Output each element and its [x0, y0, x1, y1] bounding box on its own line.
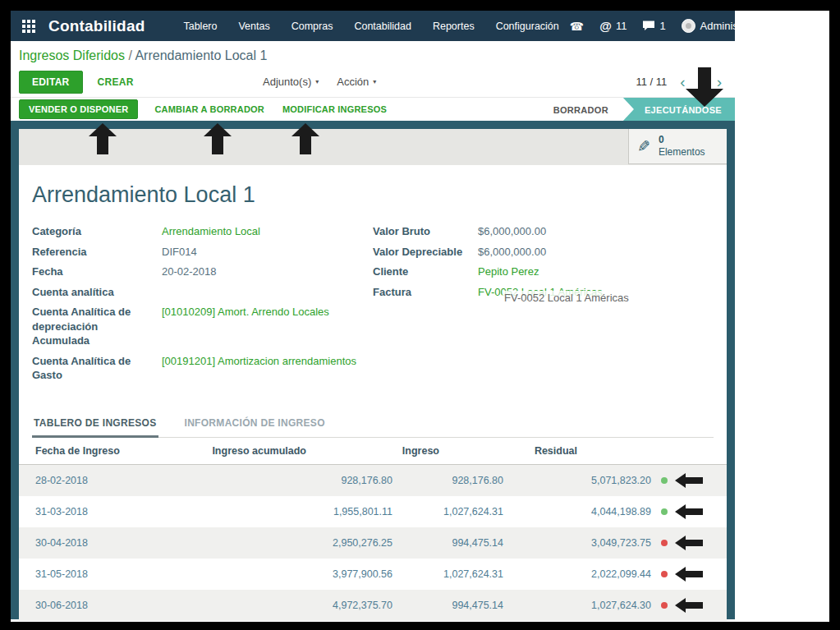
table-row[interactable]: 31-07-20186,000,000.001,027,624.30-0.00	[19, 621, 727, 622]
status-dot-green[interactable]	[661, 508, 668, 515]
sheet-header-band: ✎ 0 Elementos	[19, 129, 727, 165]
field-value[interactable]: FV-0052 Local 1 AméricasFV-0052 Local 1 …	[478, 285, 603, 300]
fields-right: Valor Bruto$6,000,000.00Valor Depreciabl…	[373, 224, 714, 389]
field-row: ReferenciaDIF014	[32, 245, 373, 260]
status-dot-red[interactable]	[661, 540, 668, 546]
field-row: CategoríaArrendamiento Local	[32, 224, 373, 239]
navbar-menu-item[interactable]: Ventas	[227, 21, 280, 32]
field-value[interactable]: Arrendamiento Local	[162, 224, 260, 239]
field-label: Cuenta Analítica de depreciación Acumula…	[32, 305, 162, 348]
cell-residual: 4,044,198.89	[503, 496, 651, 527]
navbar-menu-item[interactable]: Contabilidad	[343, 21, 422, 32]
cell-accumulated: 1,955,801.11	[195, 496, 392, 527]
cell-status	[651, 621, 727, 622]
cell-accumulated: 4,972,375.70	[195, 590, 392, 621]
field-value[interactable]: Pepito Perez	[478, 264, 539, 279]
navbar-menu-item[interactable]: Reportes	[422, 21, 485, 32]
edit-button[interactable]: EDITAR	[19, 71, 83, 94]
create-button[interactable]: CREAR	[90, 71, 142, 93]
cell-date: 30-06-2018	[19, 590, 195, 621]
table-row[interactable]: 28-02-2018928,176.80928,176.805,071,823.…	[19, 464, 727, 496]
table-row[interactable]: 30-06-20184,972,375.70994,475.141,027,62…	[19, 590, 727, 621]
field-row: ClientePepito Perez	[373, 264, 714, 279]
field-label: Factura	[373, 285, 478, 300]
pager-previous-icon[interactable]: ‹	[680, 74, 685, 90]
phone-icon[interactable]: ☎	[570, 20, 584, 33]
navbar-menu-item[interactable]: Compras	[281, 21, 344, 32]
attachments-label: Adjunto(s)	[263, 76, 311, 88]
cell-status	[651, 464, 727, 496]
field-tooltip: FV-0052 Local 1 Américas	[503, 291, 631, 306]
messages-indicator[interactable]: 1	[642, 20, 665, 32]
cell-residual: 5,071,823.20	[503, 464, 651, 496]
navbar-menu-item[interactable]: Configuración	[485, 21, 570, 32]
cell-status	[651, 527, 727, 559]
app-brand[interactable]: Contabilidad	[48, 17, 145, 35]
avatar	[682, 19, 695, 33]
activities-indicator[interactable]: @ 11	[599, 19, 627, 33]
notebook-tabs: TABLERO DE INGRESOSINFORMACIÓN DE INGRES…	[32, 412, 714, 438]
field-row: FacturaFV-0052 Local 1 AméricasFV-0052 L…	[373, 285, 714, 300]
field-value[interactable]: [01010209] Amort. Arrendo Locales	[162, 305, 329, 348]
column-header: Ingreso acumulado	[195, 438, 392, 465]
control-panel: Ingresos Diferidos / Arrendamiento Local…	[11, 41, 735, 97]
annotation-arrow-up	[291, 123, 319, 154]
user-menu[interactable]: Administrator ▾	[682, 19, 772, 33]
column-header: Fecha de Ingreso	[19, 438, 195, 465]
breadcrumb: Ingresos Diferidos / Arrendamiento Local…	[19, 48, 727, 63]
table-row[interactable]: 31-05-20183,977,900.561,027,624.312,022,…	[19, 559, 727, 590]
field-row: Fecha20-02-2018	[32, 264, 373, 279]
annotation-arrow-up	[204, 123, 232, 154]
cell-date: 31-07-2018	[19, 621, 195, 622]
breadcrumb-parent[interactable]: Ingresos Diferidos	[19, 48, 125, 62]
statusbar-button[interactable]: MODIFICAR INGRESOS	[281, 100, 388, 118]
field-row: Cuenta Analítica de depreciación Acumula…	[32, 305, 373, 348]
cell-accumulated: 2,950,276.25	[195, 527, 392, 559]
fields-left: CategoríaArrendamiento LocalReferenciaDI…	[32, 224, 373, 389]
field-value: 20-02-2018	[162, 264, 217, 279]
status-dot-red[interactable]	[661, 571, 668, 577]
income-board-table: Fecha de IngresoIngreso acumuladoIngreso…	[19, 438, 727, 622]
status-dot-red[interactable]	[661, 602, 668, 609]
app-window: Contabilidad TableroVentasComprasContabi…	[11, 11, 829, 622]
field-value: $6,000,000.00	[478, 224, 546, 239]
at-icon: @	[599, 19, 612, 33]
field-label: Cuenta Analítica de Gasto	[32, 354, 162, 383]
chevron-down-icon: ▾	[373, 78, 376, 85]
cp-dropdowns: Adjunto(s) ▾ Acción ▾	[263, 76, 376, 88]
cell-accumulated: 3,977,900.56	[195, 559, 392, 590]
breadcrumb-current: Arrendamiento Local 1	[135, 48, 267, 62]
action-dropdown[interactable]: Acción ▾	[337, 76, 376, 88]
navbar-right: ☎ @ 11 1 Administrator ▾	[570, 19, 772, 33]
field-row: Valor Bruto$6,000,000.00	[373, 224, 714, 239]
cell-income: 1,027,624.31	[392, 559, 503, 590]
annotation-arrow-left	[675, 567, 703, 582]
cell-status	[651, 590, 727, 621]
cell-date: 28-02-2018	[19, 464, 195, 496]
field-label: Valor Depreciable	[373, 245, 478, 260]
statusbar-button[interactable]: VENDER O DISPONER	[19, 99, 138, 119]
statusbar-button[interactable]: CAMBIAR A BORRADOR	[153, 100, 266, 118]
annotation-arrow-down	[686, 67, 723, 107]
cell-residual: 2,022,099.44	[503, 559, 651, 590]
tab-income-board[interactable]: TABLERO DE INGRESOS	[32, 412, 158, 438]
status-state-borrador[interactable]: BORRADOR	[539, 98, 623, 121]
cell-status	[651, 496, 727, 527]
table-row[interactable]: 30-04-20182,950,276.25994,475.143,049,72…	[19, 527, 727, 559]
cell-date: 31-05-2018	[19, 559, 195, 590]
table-row[interactable]: 31-03-20181,955,801.111,027,624.314,044,…	[19, 496, 727, 527]
field-value[interactable]: [00191201] Amortizacion arrendamientos	[162, 354, 356, 383]
navbar-menu-item[interactable]: Tablero	[172, 21, 227, 32]
form-sheet: ✎ 0 Elementos Arrendamiento Local 1 Cate…	[11, 121, 735, 619]
status-dot-green[interactable]	[661, 477, 668, 484]
field-value: $6,000,000.00	[478, 245, 546, 260]
attachments-dropdown[interactable]: Adjunto(s) ▾	[263, 76, 319, 88]
tab-income-info[interactable]: INFORMACIÓN DE INGRESO	[183, 412, 327, 437]
apps-grid-icon[interactable]	[22, 20, 35, 33]
record-title: Arrendamiento Local 1	[32, 182, 727, 208]
elements-stat-button[interactable]: ✎ 0 Elementos	[628, 129, 727, 164]
column-header: Residual	[503, 438, 651, 465]
cell-income: 928,176.80	[392, 464, 503, 496]
table-body: 28-02-2018928,176.80928,176.805,071,823.…	[19, 464, 727, 622]
table-header-row: Fecha de IngresoIngreso acumuladoIngreso…	[19, 438, 727, 465]
